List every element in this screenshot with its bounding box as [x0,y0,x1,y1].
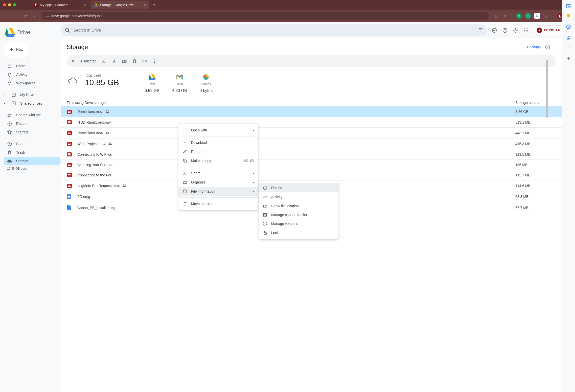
video-file-icon [67,131,72,135]
share-icon [182,171,188,175]
file-list-header: Files using Drive storage Storage used ↓ [61,99,562,106]
category-photos[interactable]: Photos 0 bytes [200,73,213,93]
svg-point-31 [108,132,109,133]
new-button[interactable]: + New [4,41,29,58]
recent-icon [7,121,12,126]
drive-category-icon [149,73,156,81]
file-row[interactable]: Connecting to the For115.7 MB [61,170,562,180]
drive-logo[interactable]: Drive [4,24,61,41]
browser-tab-drive[interactable]: Storage - Google Drive × [91,1,149,9]
settings-icon[interactable] [513,27,519,33]
sub-versions[interactable]: Manage versions [259,219,338,228]
category-drive[interactable]: Drive 6.52 GB [145,73,159,93]
nav-workspaces[interactable]: Workspaces [4,79,61,87]
nav-shared-with-me[interactable]: Shared with me [4,111,61,119]
sub-captions[interactable]: CC Manage caption tracks [259,211,338,219]
get-addons-icon[interactable]: + [566,56,571,61]
maximize-window-button[interactable] [13,3,16,6]
file-size-text: 323.5 MB [515,152,556,156]
file-size-text: 68.8 MB [515,195,556,199]
install-app-icon[interactable]: ⎘ [493,13,499,19]
clear-selection-icon[interactable] [71,59,75,63]
move-button[interactable] [122,59,127,64]
rename-icon [182,149,188,154]
grammarly-extension-icon[interactable]: G [516,13,522,19]
file-row[interactable]: Claiming Your Fordhan136 MB [61,159,562,170]
nav-my-drive[interactable]: ▸ My Drive [4,90,61,99]
calendar-extension-icon[interactable]: 43 [534,13,540,19]
apps-grid-icon[interactable] [523,27,529,33]
minimize-window-button[interactable] [8,3,11,6]
nav-recent[interactable]: Recent [4,119,61,128]
sub-show-location[interactable]: Show file location [259,201,338,211]
ctx-organize[interactable]: Organize ▸ [178,178,258,187]
file-row[interactable]: Work Project.mp4415.3 MB [61,138,562,149]
expand-icon[interactable]: ▸ [4,102,7,105]
nav-home[interactable]: Home [4,62,61,70]
svg-point-1 [10,82,11,83]
info-icon[interactable] [545,44,551,50]
column-size-header[interactable]: Storage used ↓ [515,101,556,105]
download-button[interactable] [112,59,117,64]
support-icon[interactable] [502,27,508,33]
share-button[interactable] [102,59,107,64]
file-name-text: Ramticians.mp4 [77,131,103,135]
nav-trash[interactable]: Trash [4,148,61,157]
site-info-icon[interactable]: ⊶ [45,14,49,18]
nav-starred[interactable]: Starred [4,128,61,136]
total-used-value: 10.85 GB [85,78,119,87]
backups-link[interactable]: Backups [527,45,541,49]
contacts-sideapp-icon[interactable] [566,35,571,40]
link-button[interactable] [142,59,147,64]
sub-activity[interactable]: Activity [259,192,338,201]
new-tab-button[interactable]: + [151,2,157,8]
scrollbar[interactable] [546,60,548,118]
category-gmail[interactable]: Gmail 4.33 GB [172,73,187,93]
home-button[interactable]: ⌂ [32,12,39,19]
sub-lock[interactable]: Lock [259,228,338,237]
ready-offline-icon[interactable] [491,27,497,33]
search-options-icon[interactable] [478,27,483,33]
ctx-make-copy[interactable]: Make a copy ⌘C ⌘V [178,156,258,165]
nav-spam[interactable]: Spam [4,140,61,148]
back-button[interactable]: ← [3,12,10,19]
ctx-move-to-trash[interactable]: Move to trash [178,199,258,208]
file-size-text: 3.86 GB [515,110,556,114]
reload-button[interactable]: ⟳ [22,12,29,19]
nav-label: Storage [16,159,29,163]
extensions-menu-icon[interactable]: ⊞ [543,13,549,19]
forward-button[interactable]: → [13,12,20,19]
file-size-text: 443.1 MB [515,131,556,135]
delete-button[interactable] [132,59,137,64]
tasks-sideapp-icon[interactable] [566,24,571,29]
sub-details[interactable]: Details [259,183,338,192]
close-window-button[interactable] [3,3,6,6]
address-bar[interactable]: ⊶ drive.google.com/drive/u/0/quota [41,12,489,20]
expand-icon[interactable]: ▸ [4,94,7,96]
browser-tab-fordham[interactable]: F My Apps | Fordham × [31,1,89,9]
search-box[interactable] [61,24,487,36]
nav-storage[interactable]: Storage [4,157,61,165]
mydrive-icon [11,92,16,97]
category-label: Gmail [176,82,183,86]
ctx-download[interactable]: Download [178,138,258,147]
nav-activity[interactable]: Activity [4,70,61,79]
bookmark-star-icon[interactable]: ☆ [502,13,508,19]
ctx-share[interactable]: Share ▸ [178,169,258,178]
extension-icon[interactable] [525,13,531,19]
search-input[interactable] [73,28,475,33]
ctx-open-with[interactable]: Open with ▸ [178,126,258,135]
more-button[interactable] [152,59,157,63]
org-name: FORDHAM [544,29,561,32]
file-row[interactable]: Ramticians.mov3.86 GB [61,106,562,117]
ctx-rename[interactable]: Rename [178,147,258,156]
close-tab-icon[interactable]: × [144,3,146,7]
close-tab-icon[interactable]: × [84,3,86,7]
ctx-file-information[interactable]: File information ▸ [178,187,258,196]
file-name-text: Connecting to WiFi on [77,152,112,156]
file-row[interactable]: Ramticians.mp4443.1 MB [61,127,562,138]
activity-icon [263,195,268,199]
nav-shared-drives[interactable]: ▸ Shared drives [4,99,61,108]
file-row[interactable]: ITSD Ramticians.mp4513.1 MB [61,117,562,127]
file-row[interactable]: Connecting to WiFi on323.5 MB [61,149,562,159]
